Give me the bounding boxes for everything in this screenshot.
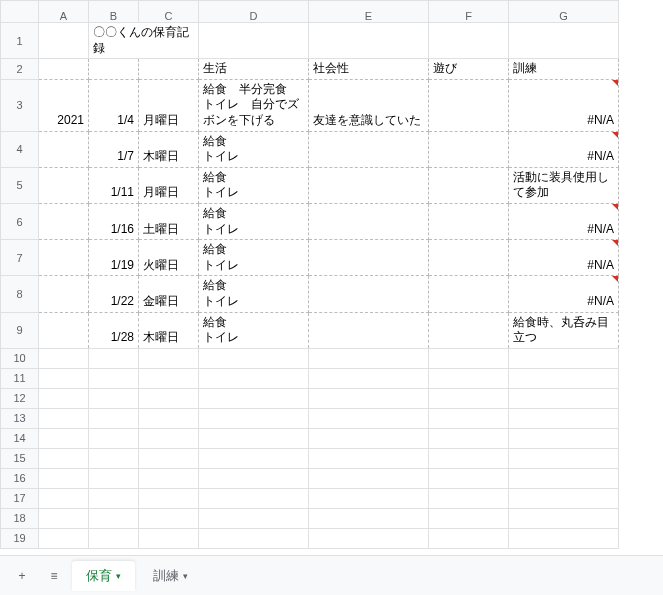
cell[interactable]	[39, 528, 89, 548]
col-header-D[interactable]: D	[199, 1, 309, 23]
cell[interactable]	[199, 23, 309, 59]
cell-weekday[interactable]: 火曜日	[139, 240, 199, 276]
row-header[interactable]: 2	[1, 59, 39, 80]
cell-weekday[interactable]: 木曜日	[139, 131, 199, 167]
cell-title[interactable]: 〇〇くんの保育記録	[89, 23, 199, 59]
cell[interactable]	[509, 528, 619, 548]
cell[interactable]	[309, 368, 429, 388]
cell[interactable]	[139, 488, 199, 508]
cell[interactable]	[309, 448, 429, 468]
cell[interactable]	[139, 528, 199, 548]
row-header[interactable]: 12	[1, 388, 39, 408]
cell[interactable]	[429, 312, 509, 348]
cell-date[interactable]: 1/7	[89, 131, 139, 167]
cell-date[interactable]: 1/4	[89, 79, 139, 131]
cell-weekday[interactable]: 金曜日	[139, 276, 199, 312]
col-header-F[interactable]: F	[429, 1, 509, 23]
row-header[interactable]: 8	[1, 276, 39, 312]
cell-life[interactable]: 給食 トイレ	[199, 240, 309, 276]
cell[interactable]	[309, 488, 429, 508]
col-header-A[interactable]: A	[39, 1, 89, 23]
cell[interactable]	[429, 508, 509, 528]
row-header[interactable]: 18	[1, 508, 39, 528]
cell-training[interactable]: #N/A	[509, 131, 619, 167]
cell[interactable]	[309, 240, 429, 276]
col-header-C[interactable]: C	[139, 1, 199, 23]
cell[interactable]	[309, 408, 429, 428]
cell[interactable]	[509, 368, 619, 388]
cell[interactable]	[39, 468, 89, 488]
cell[interactable]	[199, 368, 309, 388]
cell[interactable]	[139, 368, 199, 388]
cell[interactable]	[429, 408, 509, 428]
cell[interactable]	[89, 468, 139, 488]
cell[interactable]	[39, 388, 89, 408]
cell[interactable]	[429, 23, 509, 59]
row-header[interactable]: 7	[1, 240, 39, 276]
row-header[interactable]: 1	[1, 23, 39, 59]
cell-training[interactable]: #N/A	[509, 203, 619, 239]
cell[interactable]	[89, 408, 139, 428]
cell[interactable]	[89, 448, 139, 468]
header-training[interactable]: 訓練	[509, 59, 619, 80]
cell-life[interactable]: 給食 トイレ	[199, 276, 309, 312]
cell-training[interactable]: #N/A	[509, 276, 619, 312]
cell[interactable]	[429, 167, 509, 203]
cell[interactable]	[199, 388, 309, 408]
cell[interactable]	[429, 428, 509, 448]
cell[interactable]	[39, 312, 89, 348]
cell[interactable]	[309, 131, 429, 167]
cell[interactable]	[39, 508, 89, 528]
cell-weekday[interactable]: 土曜日	[139, 203, 199, 239]
cell[interactable]	[199, 448, 309, 468]
cell[interactable]	[509, 428, 619, 448]
cell[interactable]	[429, 468, 509, 488]
cell[interactable]	[199, 528, 309, 548]
cell[interactable]	[89, 59, 139, 80]
cell[interactable]	[39, 276, 89, 312]
cell[interactable]	[39, 203, 89, 239]
cell-weekday[interactable]: 月曜日	[139, 167, 199, 203]
cell[interactable]	[39, 131, 89, 167]
cell[interactable]	[309, 468, 429, 488]
row-header[interactable]: 6	[1, 203, 39, 239]
cell[interactable]	[89, 508, 139, 528]
cell[interactable]	[139, 388, 199, 408]
cell[interactable]	[89, 388, 139, 408]
cell[interactable]	[89, 488, 139, 508]
cell[interactable]	[429, 348, 509, 368]
row-header[interactable]: 5	[1, 167, 39, 203]
cell[interactable]	[429, 528, 509, 548]
cell[interactable]	[429, 448, 509, 468]
cell[interactable]	[309, 528, 429, 548]
header-life[interactable]: 生活	[199, 59, 309, 80]
cell-life[interactable]: 給食 トイレ	[199, 203, 309, 239]
all-sheets-button[interactable]: ≡	[40, 562, 68, 590]
col-header-E[interactable]: E	[309, 1, 429, 23]
cell-date[interactable]: 1/28	[89, 312, 139, 348]
row-header[interactable]: 4	[1, 131, 39, 167]
row-header[interactable]: 17	[1, 488, 39, 508]
cell[interactable]	[429, 203, 509, 239]
cell[interactable]	[89, 368, 139, 388]
cell[interactable]	[39, 348, 89, 368]
cell[interactable]	[309, 312, 429, 348]
cell-date[interactable]: 1/16	[89, 203, 139, 239]
cell[interactable]	[89, 348, 139, 368]
row-header[interactable]: 13	[1, 408, 39, 428]
cell[interactable]	[309, 348, 429, 368]
cell[interactable]	[39, 428, 89, 448]
cell[interactable]	[309, 428, 429, 448]
cell[interactable]	[509, 348, 619, 368]
cell[interactable]	[89, 428, 139, 448]
cell[interactable]	[199, 508, 309, 528]
col-header-B[interactable]: B	[89, 1, 139, 23]
cell[interactable]	[309, 276, 429, 312]
cell[interactable]	[39, 488, 89, 508]
row-header[interactable]: 16	[1, 468, 39, 488]
cell[interactable]	[429, 276, 509, 312]
cell[interactable]	[139, 408, 199, 428]
cell-date[interactable]: 1/22	[89, 276, 139, 312]
cell[interactable]	[509, 488, 619, 508]
spreadsheet-grid[interactable]: A B C D E F G 1 〇〇くんの保育記録 2 生活 社会性 遊び 訓練…	[0, 0, 663, 555]
